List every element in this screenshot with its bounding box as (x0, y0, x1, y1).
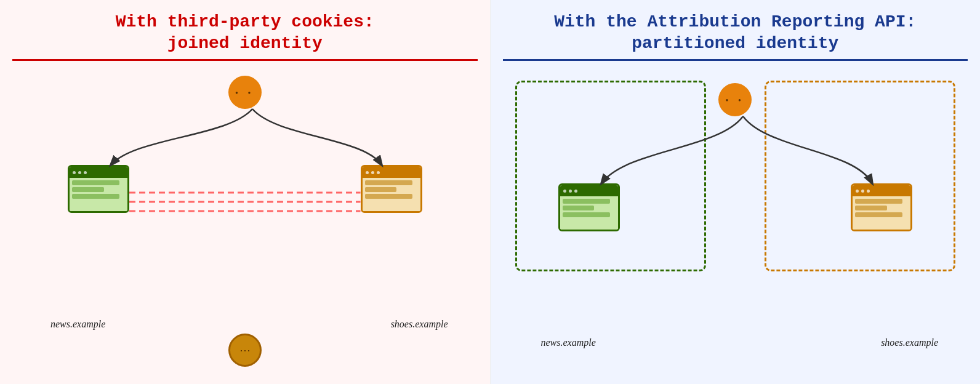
partition-box-news (515, 81, 706, 271)
browser-left-shoes (361, 165, 422, 213)
left-panel-title: With third-party cookies: joined identit… (116, 11, 374, 54)
browser-right-shoes (851, 183, 912, 231)
label-news-right: news.example (541, 337, 596, 348)
right-divider (503, 59, 968, 61)
right-panel: With the Attribution Reporting API: part… (491, 0, 981, 384)
left-panel: With third-party cookies: joined identit… (0, 0, 491, 384)
right-title-line1: With the Attribution Reporting API: (554, 12, 916, 31)
browser-right-news (558, 183, 620, 231)
browser-left-news (68, 165, 129, 213)
right-title-line2: partitioned identity (632, 34, 838, 53)
person-right (718, 83, 752, 116)
right-panel-title: With the Attribution Reporting API: part… (554, 11, 916, 54)
partition-box-shoes (765, 81, 955, 271)
label-shoes-right: shoes.example (881, 337, 938, 348)
left-title-line2: joined identity (167, 34, 323, 53)
label-shoes-left: shoes.example (391, 319, 448, 330)
right-diagram: news.example shoes.example (503, 70, 968, 378)
left-title-line1: With third-party cookies: (116, 12, 374, 31)
label-news-left: news.example (50, 319, 105, 330)
left-arrows (12, 70, 478, 378)
person-left (228, 76, 262, 109)
left-diagram: ⋯ news.example shoes.example (12, 70, 478, 378)
cookie-icon: ⋯ (228, 334, 262, 367)
left-divider (12, 59, 478, 61)
